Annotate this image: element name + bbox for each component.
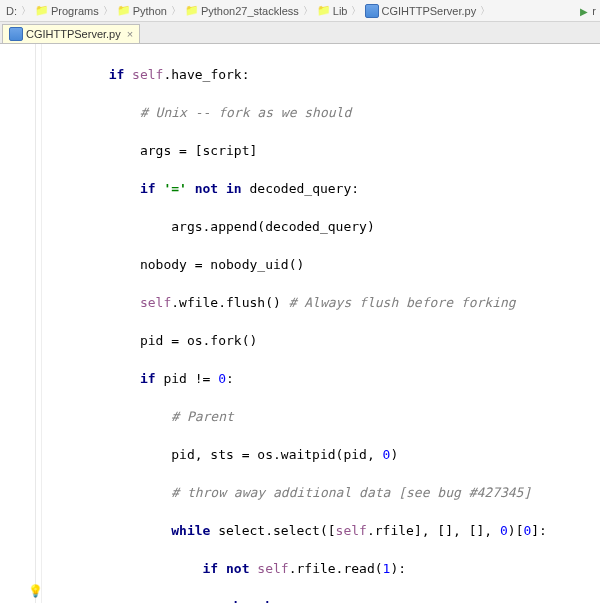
breadcrumb-label: Lib	[333, 5, 348, 17]
python-file-icon	[365, 4, 379, 18]
breadcrumb-item[interactable]: Python27_stackless	[183, 4, 301, 18]
chevron-right-icon: 〉	[478, 4, 492, 18]
python-file-icon	[9, 27, 23, 41]
breadcrumb-item[interactable]: Programs	[33, 4, 101, 18]
close-icon[interactable]: ×	[127, 28, 133, 40]
chevron-right-icon: 〉	[19, 4, 33, 18]
folder-icon	[35, 4, 49, 18]
folder-icon	[117, 4, 131, 18]
breadcrumb-label: CGIHTTPServer.py	[381, 5, 476, 17]
editor-tabs: CGIHTTPServer.py ×	[0, 22, 600, 44]
breadcrumb-file[interactable]: CGIHTTPServer.py	[363, 4, 478, 18]
tab-label: CGIHTTPServer.py	[26, 28, 121, 40]
chevron-right-icon: 〉	[301, 4, 315, 18]
chevron-right-icon: 〉	[101, 4, 115, 18]
code-area[interactable]: if self.have_fork: # Unix -- fork as we …	[42, 44, 586, 603]
folder-icon	[185, 4, 199, 18]
folder-icon	[317, 4, 331, 18]
code-editor[interactable]: if self.have_fork: # Unix -- fork as we …	[0, 44, 600, 603]
breadcrumb-label: Python27_stackless	[201, 5, 299, 17]
intention-bulb-icon[interactable]	[28, 582, 43, 601]
breadcrumb-item[interactable]: Lib	[315, 4, 350, 18]
breadcrumb-drive[interactable]: D:	[4, 5, 19, 17]
editor-gutter	[0, 44, 42, 603]
tab-active[interactable]: CGIHTTPServer.py ×	[2, 24, 140, 43]
breadcrumb-bar: D: 〉 Programs 〉 Python 〉 Python27_stackl…	[0, 0, 600, 22]
chevron-right-icon: 〉	[349, 4, 363, 18]
breadcrumb-label: Programs	[51, 5, 99, 17]
chevron-right-icon: 〉	[169, 4, 183, 18]
breadcrumb-item[interactable]: Python	[115, 4, 169, 18]
run-config-label[interactable]: r	[592, 5, 596, 17]
run-config-icon[interactable]	[580, 5, 592, 17]
breadcrumb-label: Python	[133, 5, 167, 17]
